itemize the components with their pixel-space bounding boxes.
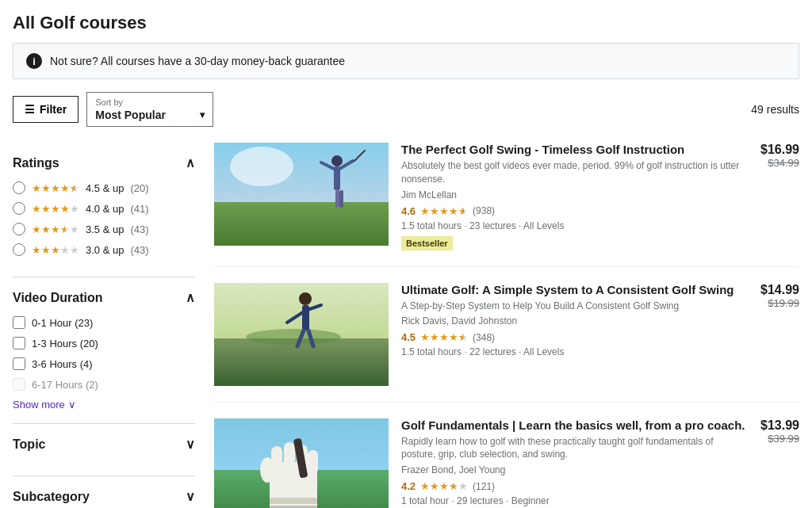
svg-rect-11 [214, 338, 389, 386]
stars-35: ★★★★★★ [32, 223, 79, 235]
info-text: Not sure? All courses have a 30-day mone… [50, 55, 345, 67]
svg-rect-27 [270, 498, 317, 504]
duration-header[interactable]: Video Duration ∧ [13, 290, 195, 305]
course-desc-1: Absolutely the best golf videos ever mad… [401, 159, 748, 186]
duration-label-3-6: 3-6 Hours (4) [32, 358, 93, 370]
duration-option-3-6: 3-6 Hours (4) [13, 357, 195, 370]
subcategory-header[interactable]: Subcategory ∨ [13, 489, 195, 504]
chevron-down-icon-show-more: ∨ [68, 399, 76, 411]
rating-count-course-2: (348) [473, 332, 495, 343]
svg-rect-23 [284, 442, 295, 472]
course-info-2: Ultimate Golf: A Simple System to A Cons… [401, 283, 748, 386]
info-icon: i [26, 53, 42, 69]
stars-40: ★★★★★ [32, 203, 79, 215]
svg-point-12 [246, 329, 341, 345]
course-thumb-2[interactable] [214, 283, 389, 386]
course-rating-row-3: 4.2 ★★★★★ (121) [401, 480, 748, 492]
courses-list: The Perfect Golf Swing - Timeless Golf I… [214, 143, 799, 508]
svg-point-2 [230, 147, 293, 186]
course-thumb-3[interactable] [214, 418, 389, 508]
rating-radio-40[interactable] [13, 202, 25, 215]
course-instructor-3: Frazer Bond, Joel Young [401, 464, 748, 476]
topic-heading: Topic [13, 437, 45, 452]
duration-label-0-1: 0-1 Hour (23) [32, 317, 93, 329]
rating-count-30: (43) [130, 244, 148, 256]
price-current-1: $16.99 [760, 143, 799, 157]
toolbar-left: ☰ Filter Sort by Most Popular ▾ [13, 92, 213, 127]
sort-value: Most Popular [95, 109, 166, 121]
subcategory-section: Subcategory ∨ [13, 476, 195, 508]
ratings-heading: Ratings [13, 156, 59, 170]
topic-section: Topic ∨ [13, 424, 195, 476]
duration-heading: Video Duration [13, 291, 103, 305]
svg-rect-9 [339, 190, 343, 208]
stars-course-2: ★★★★★★ [420, 331, 468, 343]
duration-option-1-3: 1-3 Hours (20) [13, 337, 195, 349]
sort-value-row[interactable]: Most Popular ▾ [95, 109, 205, 121]
rating-text-45: 4.5 & up [86, 182, 124, 194]
duration-check-6-17 [13, 378, 25, 391]
rating-count-course-1: (938) [473, 205, 495, 216]
ratings-section: Ratings ∧ ★★★★★★ 4.5 & up (20) ★★★★★ 4.0… [13, 143, 195, 277]
ratings-collapse-icon: ∧ [186, 155, 195, 170]
topic-header[interactable]: Topic ∨ [13, 437, 195, 452]
course-rating-row-1: 4.6 ★★★★★★ (938) [401, 205, 748, 217]
filter-icon: ☰ [25, 103, 35, 116]
rating-radio-45[interactable] [13, 181, 25, 194]
course-thumb-1[interactable] [214, 143, 389, 246]
course-instructor-2: Rick Davis, David Johnston [401, 315, 748, 327]
course-instructor-1: Jim McLellan [401, 189, 748, 201]
svg-rect-28 [270, 506, 317, 508]
rating-option-35: ★★★★★★ 3.5 & up (43) [13, 223, 195, 235]
course-desc-2: A Step-by-Step System to Help You Build … [401, 300, 748, 313]
svg-point-3 [331, 155, 343, 166]
course-title-3[interactable]: Golf Fundamentals | Learn the basics wel… [401, 418, 748, 432]
main-layout: Ratings ∧ ★★★★★★ 4.5 & up (20) ★★★★★ 4.0… [13, 143, 799, 508]
course-card-3: Golf Fundamentals | Learn the basics wel… [214, 418, 799, 508]
duration-check-1-3[interactable] [13, 337, 25, 349]
svg-point-13 [299, 292, 312, 305]
rating-option-30: ★★★★★ 3.0 & up (43) [13, 243, 195, 256]
course-card-2: Ultimate Golf: A Simple System to A Cons… [214, 283, 799, 403]
duration-option-0-1: 0-1 Hour (23) [13, 316, 195, 329]
price-original-1: $34.99 [760, 157, 799, 169]
stars-course-3: ★★★★★ [420, 480, 468, 492]
course-info-1: The Perfect Golf Swing - Timeless Golf I… [401, 143, 748, 250]
bestseller-badge-1: Bestseller [401, 236, 453, 250]
duration-section: Video Duration ∧ 0-1 Hour (23) 1-3 Hours… [13, 277, 195, 424]
course-title-2[interactable]: Ultimate Golf: A Simple System to A Cons… [401, 283, 748, 296]
duration-collapse-icon: ∧ [186, 290, 195, 305]
course-title-1[interactable]: The Perfect Golf Swing - Timeless Golf I… [401, 143, 748, 156]
sort-select[interactable]: Sort by Most Popular ▾ [86, 92, 213, 127]
svg-point-26 [260, 457, 274, 483]
duration-option-6-17: 6-17 Hours (2) [13, 378, 195, 391]
rating-radio-30[interactable] [13, 243, 25, 256]
price-current-2: $14.99 [760, 283, 799, 297]
sidebar: Ratings ∧ ★★★★★★ 4.5 & up (20) ★★★★★ 4.0… [13, 143, 195, 508]
rating-text-35: 3.5 & up [86, 223, 124, 235]
show-more-button[interactable]: Show more ∨ [13, 399, 195, 411]
course-price-2: $14.99 $19.99 [760, 283, 799, 386]
filter-button[interactable]: ☰ Filter [13, 96, 79, 123]
rating-count-course-3: (121) [473, 481, 495, 492]
course-card-1: The Perfect Golf Swing - Timeless Golf I… [214, 143, 799, 267]
info-bar: i Not sure? All courses have a 30-day mo… [13, 43, 799, 79]
results-count: 49 results [751, 103, 799, 116]
rating-option-45: ★★★★★★ 4.5 & up (20) [13, 181, 195, 194]
duration-check-3-6[interactable] [13, 357, 25, 370]
topic-expand-icon: ∨ [186, 437, 195, 452]
duration-check-0-1[interactable] [13, 316, 25, 329]
ratings-header[interactable]: Ratings ∧ [13, 155, 195, 170]
sort-by-label: Sort by [95, 97, 205, 107]
rating-num-3: 4.2 [401, 480, 416, 492]
svg-rect-25 [308, 450, 318, 474]
page-container: All Golf courses i Not sure? All courses… [0, 0, 812, 508]
course-meta-3: 1 total hour · 29 lectures · Beginner [401, 495, 748, 506]
duration-label-1-3: 1-3 Hours (20) [32, 338, 98, 349]
page-title: All Golf courses [13, 13, 799, 33]
price-original-3: $39.99 [760, 433, 799, 445]
chevron-down-icon: ▾ [200, 109, 205, 120]
rating-radio-35[interactable] [13, 223, 25, 235]
rating-count-35: (43) [130, 223, 148, 235]
stars-course-1: ★★★★★★ [420, 205, 468, 217]
